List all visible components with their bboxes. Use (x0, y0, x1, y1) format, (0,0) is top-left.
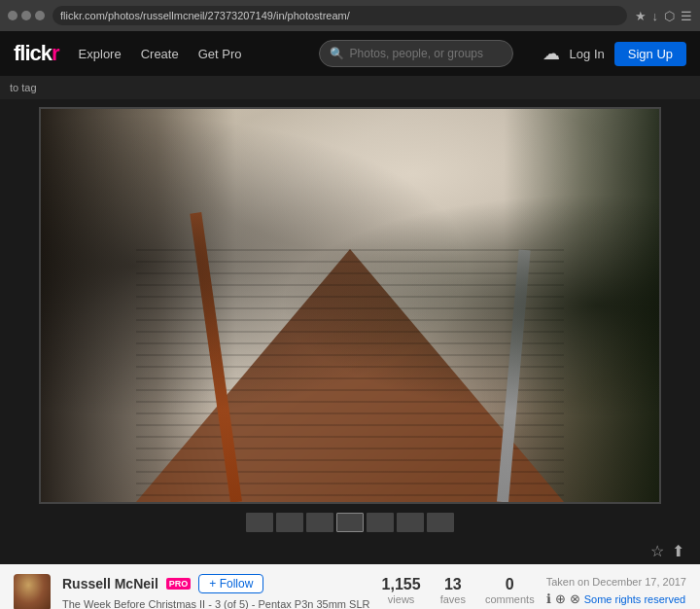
browser-icons: ★ ↓ ⬡ ☰ (635, 9, 693, 23)
extension-icon[interactable]: ⬡ (664, 9, 675, 23)
address-bar[interactable]: flickr.com/photos/russellmcneil/27373207… (52, 6, 627, 25)
photo-description: The Week Before Christmas II - 3 (of 5) … (62, 597, 370, 609)
browser-dot-1 (8, 11, 18, 20)
follow-button[interactable]: + Follow (198, 574, 263, 593)
nc-icon[interactable]: ⊗ (570, 591, 580, 606)
nav-create[interactable]: Create (141, 47, 179, 61)
stat-comments: 0 comments (485, 576, 535, 605)
views-label: views (382, 593, 421, 605)
stats-area: 1,155 views 13 faves 0 comments (382, 574, 535, 605)
stat-faves: 13 faves (440, 576, 466, 605)
comments-label: comments (485, 593, 535, 605)
browser-controls (8, 11, 45, 20)
user-info: Russell McNeil PRO + Follow The Week Bef… (62, 574, 370, 609)
user-name-row: Russell McNeil PRO + Follow (62, 574, 370, 593)
avatar[interactable] (14, 574, 51, 609)
thumb-2[interactable] (276, 513, 303, 532)
pro-badge: PRO (166, 578, 192, 590)
browser-chrome: flickr.com/photos/russellmcneil/27373207… (0, 0, 700, 31)
date-area: Taken on December 17, 2017 ℹ ⊕ ⊗ Some ri… (546, 574, 686, 606)
faves-label: faves (440, 593, 466, 605)
flickr-logo[interactable]: flickr (14, 41, 59, 66)
license-row: ℹ ⊕ ⊗ Some rights reserved (546, 591, 686, 606)
taken-label: Taken on December 17, 2017 (546, 576, 686, 588)
menu-icon[interactable]: ☰ (681, 9, 692, 23)
thumb-7[interactable] (427, 513, 454, 532)
action-strip: ☆ ⬆ (0, 537, 700, 564)
photo-frame (39, 107, 661, 504)
thumbnail-strip (0, 508, 700, 537)
thumb-3[interactable] (306, 513, 333, 532)
comments-count: 0 (485, 576, 535, 593)
header-right: ☁ Log In Sign Up (542, 42, 686, 66)
tag-link[interactable]: to tag (10, 82, 37, 93)
user-name: Russell McNeil (62, 576, 158, 591)
avatar-image (14, 574, 51, 609)
tag-bar: to tag (0, 76, 700, 99)
views-count: 1,155 (382, 576, 421, 593)
upload-icon[interactable]: ☁ (542, 43, 560, 64)
thumb-1[interactable] (246, 513, 273, 532)
login-button[interactable]: Log In (570, 47, 605, 61)
star-icon[interactable]: ★ (635, 9, 647, 23)
faves-count: 13 (440, 576, 466, 593)
photo-container (0, 99, 700, 508)
flickr-header: flickr Explore Create Get Pro 🔍 ☁ Log In… (0, 31, 700, 76)
thumb-6[interactable] (397, 513, 424, 532)
nav-get-pro[interactable]: Get Pro (198, 47, 242, 61)
browser-dot-2 (21, 11, 31, 20)
info-icon[interactable]: ℹ (546, 591, 551, 606)
search-box[interactable]: 🔍 (319, 40, 513, 67)
search-icon: 🔍 (330, 47, 344, 60)
thumb-4[interactable] (336, 513, 364, 532)
download-icon[interactable]: ↓ (652, 9, 659, 23)
share-icon[interactable]: ⬆ (672, 542, 684, 560)
thumb-5[interactable] (367, 513, 394, 532)
photo-scene (41, 109, 659, 502)
search-input[interactable] (350, 47, 503, 60)
signup-button[interactable]: Sign Up (614, 42, 686, 66)
forest-overlay (41, 109, 659, 502)
favorite-icon[interactable]: ☆ (650, 542, 664, 560)
cc-icon[interactable]: ⊕ (555, 591, 566, 606)
info-bar: Russell McNeil PRO + Follow The Week Bef… (0, 564, 700, 609)
url-text: flickr.com/photos/russellmcneil/27373207… (60, 10, 350, 21)
stat-views: 1,155 views (382, 576, 421, 605)
nav-explore[interactable]: Explore (79, 47, 122, 61)
license-text[interactable]: Some rights reserved (584, 593, 686, 605)
browser-dot-3 (35, 11, 45, 20)
